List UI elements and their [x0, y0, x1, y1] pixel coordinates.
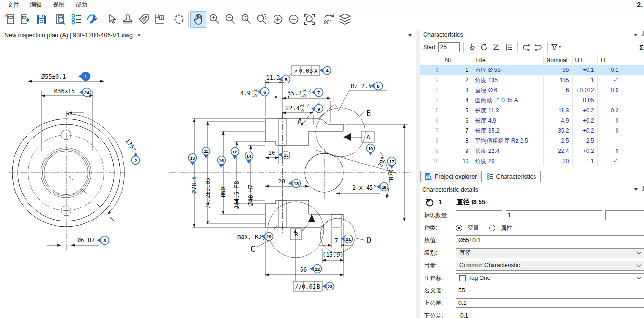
col-index[interactable] — [420, 55, 442, 65]
balloon-19[interactable]: 19 — [376, 183, 388, 191]
open-plan-button[interactable] — [17, 11, 33, 28]
lower-tolerance-input[interactable] — [456, 311, 644, 318]
level-select[interactable]: 直径 — [456, 248, 644, 258]
menu-view[interactable]: 视图 — [47, 0, 70, 10]
tab-project-explorer[interactable]: Project explorer — [420, 171, 482, 182]
balloon-15[interactable]: 15 — [278, 151, 290, 159]
refresh-icon[interactable] — [479, 42, 490, 53]
settings-wrench-button[interactable] — [84, 11, 100, 28]
dwg-canvas[interactable]: Ø55±0.1 M36x15 135° Ø6 H7 — [0, 40, 416, 318]
balloon-3[interactable]: 3 — [97, 236, 109, 245]
id-quantity-input-1[interactable] — [456, 210, 502, 220]
balloon-24[interactable]: 24 — [79, 88, 91, 97]
rotate-90-button[interactable]: 90° — [321, 11, 337, 28]
id-quantity-input-2[interactable] — [506, 210, 602, 220]
zoom-dynamic-button[interactable] — [238, 11, 254, 28]
value-input[interactable] — [456, 235, 644, 245]
pin-icon[interactable] — [641, 186, 644, 193]
balloon-10[interactable]: 10 — [367, 144, 375, 156]
balloon-9[interactable]: 9 — [311, 105, 323, 113]
balloon-2[interactable]: 2 — [132, 152, 140, 165]
start-input[interactable] — [438, 42, 460, 52]
pick-hand-icon[interactable] — [467, 42, 478, 53]
table-row[interactable]: 11直径 Ø 5555+0.1-0.1 — [420, 65, 644, 75]
radio-variable[interactable] — [456, 225, 462, 231]
table-row[interactable]: 22角度 135135+1-1 — [420, 75, 644, 85]
balloon-11[interactable]: 11 — [202, 147, 210, 159]
balloon-14[interactable]: 14 — [245, 152, 253, 164]
table-row[interactable]: 44圆跳动 ↗ 0.05 A0.05 — [420, 96, 644, 106]
sum-label[interactable]: Σ — [639, 43, 644, 52]
stamp-button[interactable] — [120, 11, 136, 28]
table-row[interactable]: 33直径 Ø 66+0.0120.0 — [420, 85, 644, 96]
col-ut[interactable]: UT — [572, 55, 597, 65]
zoom-fit-button[interactable] — [301, 11, 317, 28]
balloon-1[interactable]: 1 — [78, 72, 90, 81]
balloon-7[interactable]: 7 — [311, 88, 323, 97]
inspect-document-button[interactable] — [53, 11, 69, 28]
table-row[interactable]: 66长度 4.94.9+0.20 — [420, 116, 644, 126]
balloon-8[interactable]: 8 — [370, 82, 383, 90]
balloon-13[interactable]: 13 — [189, 154, 197, 166]
upper-tolerance-input[interactable] — [456, 298, 644, 308]
freehand-select-button[interactable] — [171, 11, 187, 28]
new-inspection-plan-button[interactable] — [1, 11, 17, 28]
balloon-17[interactable]: 17 — [388, 157, 396, 169]
document-tab[interactable]: New inspection plan (A) | 930-1200-406-V… — [0, 29, 145, 40]
renumber-forward-icon[interactable] — [521, 42, 532, 53]
radio-attribute[interactable] — [489, 225, 495, 231]
select-cursor-button[interactable] — [104, 11, 120, 28]
details-menu-caret-icon[interactable] — [634, 188, 638, 191]
chevron-down-icon — [637, 275, 642, 279]
tag-select[interactable]: Tag One — [456, 273, 644, 283]
menu-edit[interactable]: 编辑 — [25, 0, 47, 10]
characteristics-list-button[interactable] — [69, 11, 84, 28]
svg-text:8: 8 — [377, 83, 379, 89]
increase-button[interactable] — [270, 11, 286, 28]
tag-checkbox[interactable] — [459, 275, 466, 281]
zoom-out-button[interactable] — [222, 11, 238, 28]
menu-help[interactable]: 帮助 — [70, 0, 93, 10]
table-row[interactable]: 77长度 35.235.2+0.20 — [420, 126, 644, 136]
col-nominal[interactable]: Nominal — [543, 55, 572, 65]
corner-dimension-button[interactable] — [151, 11, 167, 28]
table-row[interactable]: 88平均值粗糙度 Rz 2.52.52.5 — [420, 136, 644, 146]
save-button[interactable] — [33, 11, 49, 28]
zoom-in-button[interactable] — [206, 11, 222, 28]
panel-splitter[interactable] — [416, 29, 420, 318]
col-nr[interactable]: Nr. — [442, 55, 472, 65]
balloon-22[interactable]: 22 — [310, 265, 322, 273]
tab-characteristics[interactable]: Characteristics — [482, 171, 541, 182]
panel-menu-caret-icon[interactable] — [634, 34, 638, 36]
decrease-button[interactable] — [286, 11, 301, 28]
balloon-4[interactable]: 4 — [319, 67, 331, 75]
catalog-select[interactable]: Common Characteristic — [456, 261, 644, 271]
close-icon[interactable]: × — [137, 33, 141, 38]
sort-list-icon[interactable] — [503, 42, 514, 53]
tab-list-caret-icon[interactable] — [408, 34, 412, 37]
layers-button[interactable] — [337, 11, 353, 28]
pin-icon[interactable] — [641, 31, 644, 38]
balloon-23[interactable]: 23 — [322, 282, 334, 290]
table-row[interactable]: 99长度 22.422.4+0.20 — [420, 146, 644, 156]
pan-hand-button[interactable] — [190, 11, 206, 28]
nominal-input[interactable] — [456, 286, 644, 295]
balloon-21[interactable]: 21 — [341, 235, 353, 243]
col-lt[interactable]: LT — [597, 55, 622, 65]
radio-attribute-label[interactable]: 属性 — [501, 224, 512, 232]
tag-button[interactable] — [136, 11, 151, 28]
col-title[interactable]: Title — [472, 55, 543, 65]
balloon-16[interactable]: 16 — [218, 156, 226, 168]
balloon-20[interactable]: 20 — [261, 233, 273, 241]
balloon-5[interactable]: 5 — [278, 75, 290, 83]
renumber-back-icon[interactable] — [533, 42, 544, 53]
radio-variable-label[interactable]: 变量 — [467, 224, 479, 232]
zigzag-order-icon[interactable] — [491, 42, 502, 53]
balloon-12[interactable]: 12 — [231, 148, 239, 160]
id-quantity-input-3[interactable] — [605, 210, 644, 220]
table-row[interactable]: 55长度 11.311.3+0.2-0.2 — [420, 106, 644, 116]
filter-icon[interactable] — [551, 42, 562, 53]
menu-file[interactable]: 文件 — [2, 0, 25, 10]
zoom-window-button[interactable] — [254, 11, 270, 28]
table-row[interactable]: 1010角度 2020+1-1 — [420, 156, 644, 166]
